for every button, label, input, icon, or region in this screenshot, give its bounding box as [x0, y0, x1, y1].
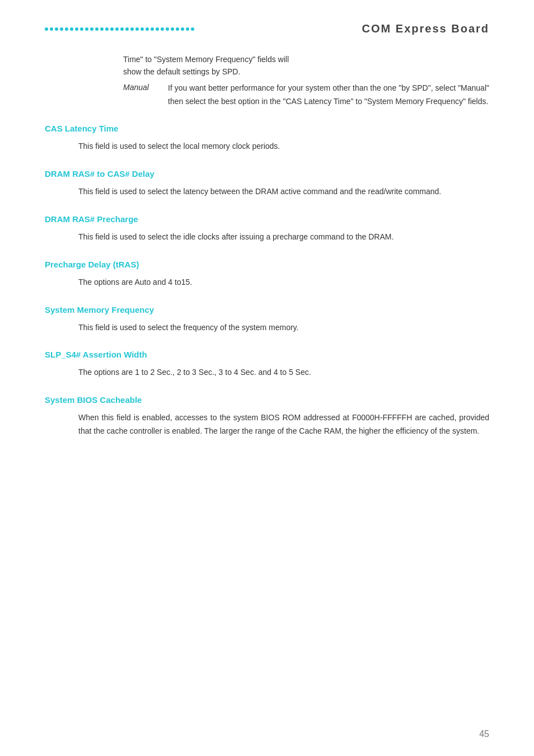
section-dram-ras-cas: DRAM RAS# to CAS# DelayThis field is use…: [45, 169, 489, 199]
header-dot: [135, 27, 139, 31]
header-dot: [181, 27, 184, 31]
header-dot: [60, 27, 63, 31]
header-dot: [80, 27, 83, 31]
section-body-system-memory-freq: This field is used to select the frequen…: [78, 321, 489, 335]
header-dot: [171, 27, 174, 31]
header-dot: [105, 27, 109, 31]
section-body-cas-latency: This field is used to select the local m…: [78, 140, 489, 153]
header-dot: [146, 27, 149, 31]
header-dots: [45, 27, 353, 31]
page-number: 45: [479, 729, 489, 739]
page: COM Express Board Time" to "System Memor…: [0, 0, 534, 756]
header-dot: [176, 27, 179, 31]
header-dot: [156, 27, 159, 31]
header-dot: [151, 27, 154, 31]
sections-container: CAS Latency TimeThis field is used to se…: [45, 124, 489, 438]
header-dot: [100, 27, 104, 31]
header-dot: [115, 27, 119, 31]
header-dot: [95, 27, 99, 31]
intro-line2: show the default settings by SPD.: [123, 67, 240, 76]
page-title: COM Express Board: [362, 22, 489, 35]
section-body-dram-ras-cas: This field is used to select the latency…: [78, 185, 489, 199]
header-dot: [140, 27, 144, 31]
section-dram-ras-precharge: DRAM RAS# PrechargeThis field is used to…: [45, 214, 489, 244]
section-heading-system-memory-freq: System Memory Frequency: [45, 305, 489, 314]
header-dot: [90, 27, 93, 31]
header-dot: [110, 27, 114, 31]
page-header: COM Express Board: [45, 22, 489, 35]
intro-spacer: [78, 53, 112, 108]
section-body-dram-ras-precharge: This field is used to select the idle cl…: [78, 231, 489, 244]
header-dot: [75, 27, 78, 31]
section-system-bios: System BIOS CacheableWhen this field is …: [45, 395, 489, 438]
header-dot: [125, 27, 129, 31]
intro-text-block: Time" to "System Memory Frequency" field…: [123, 53, 489, 108]
header-dot: [45, 27, 48, 31]
header-dot: [161, 27, 164, 31]
header-dot: [191, 27, 194, 31]
section-precharge-delay: Precharge Delay (tRAS)The options are Au…: [45, 260, 489, 289]
header-dot: [130, 27, 134, 31]
section-cas-latency: CAS Latency TimeThis field is used to se…: [45, 124, 489, 153]
section-body-system-bios: When this field is enabled, accesses to …: [78, 411, 489, 438]
section-body-slp-s4: The options are 1 to 2 Sec., 2 to 3 Sec.…: [78, 366, 489, 379]
section-slp-s4: SLP_S4# Assertion WidthThe options are 1…: [45, 350, 489, 379]
header-dot: [70, 27, 73, 31]
intro-line1: Time" to "System Memory Frequency" field…: [123, 55, 289, 64]
manual-label: Manual: [123, 82, 157, 109]
section-body-precharge-delay: The options are Auto and 4 to15.: [78, 276, 489, 289]
header-dot: [120, 27, 124, 31]
header-dot: [85, 27, 88, 31]
manual-text: If you want better performance for your …: [168, 82, 489, 109]
section-system-memory-freq: System Memory FrequencyThis field is use…: [45, 305, 489, 335]
section-heading-dram-ras-cas: DRAM RAS# to CAS# Delay: [45, 169, 489, 179]
header-dot: [55, 27, 58, 31]
intro-manual-block: Manual If you want better performance fo…: [123, 82, 489, 109]
page-content: Time" to "System Memory Frequency" field…: [45, 53, 489, 438]
section-heading-slp-s4: SLP_S4# Assertion Width: [45, 350, 489, 359]
header-dot: [186, 27, 189, 31]
header-dot: [65, 27, 68, 31]
section-heading-precharge-delay: Precharge Delay (tRAS): [45, 260, 489, 269]
header-dot: [166, 27, 169, 31]
section-heading-cas-latency: CAS Latency Time: [45, 124, 489, 133]
section-heading-dram-ras-precharge: DRAM RAS# Precharge: [45, 214, 489, 224]
section-heading-system-bios: System BIOS Cacheable: [45, 395, 489, 405]
header-dot: [50, 27, 53, 31]
intro-block: Time" to "System Memory Frequency" field…: [78, 53, 489, 108]
intro-first-para: Time" to "System Memory Frequency" field…: [123, 53, 489, 78]
